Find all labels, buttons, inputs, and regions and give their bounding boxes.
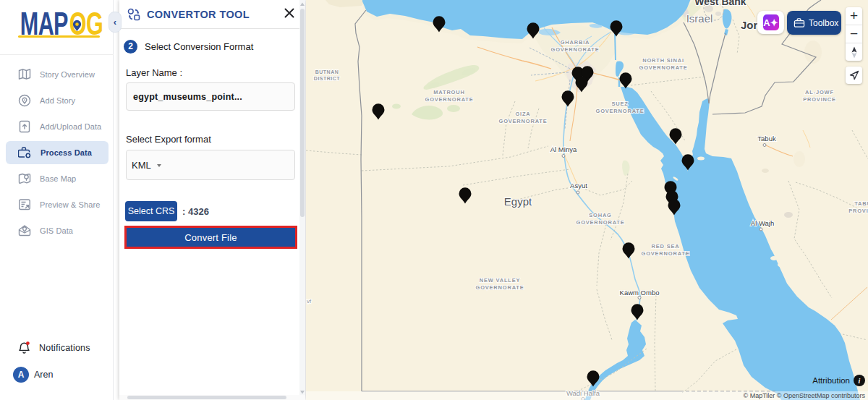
- svg-text:GOVERNORATE: GOVERNORATE: [476, 284, 524, 291]
- svg-text:Egypt: Egypt: [504, 195, 532, 208]
- svg-text:TABUK: TABUK: [854, 200, 868, 207]
- svg-text:NEW VALLEY: NEW VALLEY: [480, 277, 521, 284]
- svg-text:vf: vf: [307, 298, 312, 305]
- svg-text:BUTNAN: BUTNAN: [315, 69, 339, 75]
- svg-text:Al Wajh: Al Wajh: [751, 219, 774, 227]
- svg-text:GOVERNORATE: GOVERNORATE: [499, 118, 548, 124]
- svg-text:NORTH SINAI: NORTH SINAI: [642, 57, 684, 64]
- svg-text:Asyut: Asyut: [570, 182, 587, 190]
- svg-text:RED SEA: RED SEA: [652, 243, 680, 250]
- svg-text:Tabuk: Tabuk: [757, 135, 776, 142]
- svg-text:West Bank: West Bank: [694, 0, 746, 7]
- svg-text:GOVERNORATE: GOVERNORATE: [576, 219, 625, 226]
- svg-text:SUEZ: SUEZ: [611, 101, 628, 107]
- svg-text:GOVERNORATE: GOVERNORATE: [425, 96, 474, 103]
- svg-text:GOVERNORATE: GOVERNORATE: [596, 108, 644, 114]
- svg-text:Kawm Ombo: Kawm Ombo: [620, 289, 660, 297]
- svg-text:GOVERNORATE: GOVERNORATE: [551, 46, 600, 53]
- svg-text:Israel: Israel: [686, 12, 713, 25]
- svg-text:GIZA: GIZA: [515, 111, 530, 117]
- svg-text:SOHAG: SOHAG: [589, 212, 612, 218]
- svg-text:GOVERNORATE: GOVERNORATE: [639, 64, 688, 71]
- svg-text:PROVINCE: PROVINCE: [848, 208, 868, 214]
- svg-text:Al Minya: Al Minya: [550, 145, 577, 153]
- svg-text:MATROUH: MATROUH: [433, 89, 464, 95]
- svg-text:PROVINCE: PROVINCE: [803, 96, 836, 103]
- svg-text:AL-JOWF: AL-JOWF: [805, 89, 834, 95]
- svg-text:DISTRICT: DISTRICT: [314, 76, 341, 81]
- svg-text:GOVERNORATE: GOVERNORATE: [642, 250, 690, 257]
- svg-text:GHARBIA: GHARBIA: [561, 39, 590, 46]
